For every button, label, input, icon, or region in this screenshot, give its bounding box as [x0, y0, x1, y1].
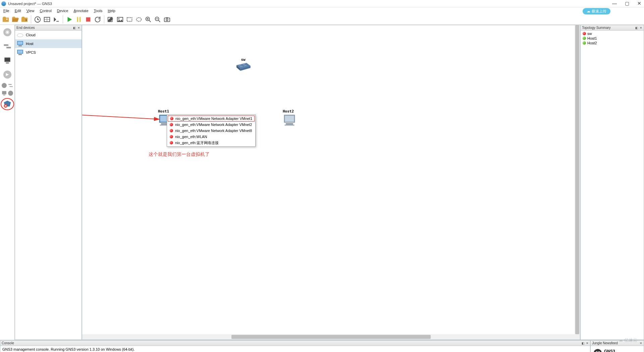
panel-undock-icon[interactable]: ◧	[635, 26, 638, 30]
image-icon[interactable]	[116, 15, 124, 24]
watermark: ☁ 亿速云	[619, 337, 637, 343]
svg-rect-21	[2, 91, 6, 94]
topology-canvas[interactable]: sw Host1 Host2 nio_g	[82, 25, 580, 340]
cancel-link-button[interactable]	[1, 98, 14, 110]
menu-help[interactable]: Help	[106, 8, 117, 13]
ctx-item-wlan[interactable]: nio_gen_eth:WLAN	[168, 134, 255, 140]
panel-undock-icon[interactable]: ◧	[582, 342, 585, 345]
mini-host-icon[interactable]	[1, 90, 7, 96]
upload-pill[interactable]: ☁ 极速上传	[583, 8, 610, 14]
svg-rect-17	[5, 58, 10, 62]
console-all-icon[interactable]	[52, 15, 61, 24]
panel-undock-icon[interactable]: ◧	[73, 26, 76, 30]
node-host2[interactable]: Host2	[283, 109, 296, 128]
annotation-arrow-1	[82, 25, 169, 129]
stop-icon[interactable]	[84, 15, 93, 24]
node-label: Host1	[158, 109, 171, 114]
topo-item-host1[interactable]: Host1	[581, 36, 643, 41]
console-header: Console ◧✕	[0, 341, 590, 346]
ctx-item-vmnet8[interactable]: nio_gen_eth:VMware Network Adapter VMnet…	[168, 128, 255, 134]
menu-device[interactable]: Device	[55, 8, 70, 13]
rectangle-icon[interactable]	[125, 15, 134, 24]
maximize-button[interactable]: ▢	[625, 1, 629, 6]
menu-control[interactable]: Control	[38, 8, 53, 13]
ctx-item-vmnet2[interactable]: nio_gen_eth:VMware Network Adapter VMnet…	[168, 122, 255, 128]
screenshot-icon[interactable]	[163, 15, 171, 24]
snapshot-icon[interactable]	[43, 15, 51, 24]
zoom-out-icon[interactable]	[153, 15, 162, 24]
topology-panel-header: Topology Summary ◧✕	[581, 25, 644, 31]
newsfeed-body: GNS3Jungle THE ONLY RESOURCE YOU NEED Th…	[591, 346, 644, 352]
ctx-item-bluetooth[interactable]: nio_gen_eth:蓝牙网络连接	[168, 140, 255, 146]
pause-icon[interactable]	[74, 15, 83, 24]
svg-point-13	[166, 19, 168, 21]
menu-edit[interactable]: Edit	[13, 8, 23, 13]
ctx-label: nio_gen_eth:VMware Network Adapter VMnet…	[175, 117, 252, 121]
mini-switch-icon[interactable]	[8, 83, 13, 88]
close-button[interactable]: ✕	[637, 1, 641, 6]
clock-icon[interactable]	[33, 15, 42, 24]
canvas-scrollbar-h[interactable]	[82, 334, 580, 340]
menu-view[interactable]: View	[24, 8, 37, 13]
panel-close-icon[interactable]: ✕	[640, 26, 642, 30]
switches-category-icon[interactable]	[1, 40, 13, 52]
device-vpcs[interactable]: VPCS	[15, 48, 82, 57]
zoom-in-icon[interactable]	[144, 15, 153, 24]
brand-top: GNS3	[604, 349, 615, 352]
panel-close-icon[interactable]: ✕	[640, 342, 642, 345]
topo-label: sw	[587, 32, 592, 36]
topology-list: sw Host1 Host2	[581, 31, 644, 340]
end-devices-category-icon[interactable]	[1, 54, 13, 67]
device-host[interactable]: Host	[15, 39, 82, 48]
svg-point-7	[118, 18, 120, 19]
minimize-button[interactable]: ―	[612, 1, 617, 6]
play-icon[interactable]	[65, 15, 74, 24]
svg-point-25	[17, 34, 23, 37]
menubar: File Edit View Control Device Annotate T…	[0, 7, 644, 14]
console-body[interactable]: GNS3 management console. Running GNS3 ve…	[0, 346, 590, 352]
right-column: Topology Summary ◧✕ sw Host1 Host2	[580, 25, 644, 340]
svg-rect-38	[286, 123, 293, 125]
topo-item-host2[interactable]: Host2	[581, 41, 643, 45]
mini-security-icon[interactable]	[8, 90, 13, 96]
jungle-logo-icon	[593, 349, 602, 352]
menu-annotate[interactable]: Annotate	[72, 8, 91, 13]
window-title: Unsaved project* — GNS3	[8, 2, 52, 6]
ctx-label: nio_gen_eth:蓝牙网络连接	[175, 140, 219, 145]
main-area: End devices ◧✕ Cloud Host VPCS sw	[0, 25, 644, 340]
svg-point-23	[8, 91, 13, 96]
annotation-text: 这个就是我们第一台虚拟机了	[149, 151, 210, 158]
svg-rect-8	[127, 17, 132, 21]
mini-router-icon[interactable]	[1, 83, 7, 88]
topo-item-sw[interactable]: sw	[581, 31, 643, 36]
svg-rect-3	[79, 17, 81, 22]
note-icon[interactable]	[106, 15, 115, 24]
node-label: Host2	[283, 109, 296, 114]
save-project-icon[interactable]	[20, 15, 29, 24]
status-dot-icon	[170, 129, 173, 132]
new-project-icon[interactable]	[1, 15, 10, 24]
host-icon	[16, 41, 24, 47]
node-sw[interactable]: sw	[235, 57, 252, 73]
ellipse-icon[interactable]	[135, 15, 143, 24]
svg-rect-14	[166, 17, 168, 18]
devices-panel-title: End devices	[16, 26, 35, 30]
canvas-scrollbar-v[interactable]	[575, 25, 580, 334]
routers-category-icon[interactable]	[1, 26, 13, 38]
status-dot-icon	[170, 135, 173, 138]
reload-icon[interactable]	[93, 15, 102, 24]
menu-tools[interactable]: Tools	[92, 8, 105, 13]
svg-rect-30	[18, 50, 22, 53]
ctx-label: nio_gen_eth:WLAN	[175, 135, 207, 139]
svg-rect-28	[18, 45, 22, 46]
device-cloud[interactable]: Cloud	[15, 31, 82, 39]
device-label: VPCS	[26, 50, 36, 54]
cloud-icon	[16, 32, 24, 38]
svg-rect-4	[86, 17, 91, 21]
panel-close-icon[interactable]: ✕	[586, 342, 589, 345]
security-category-icon[interactable]	[1, 69, 13, 81]
menu-file[interactable]: File	[1, 8, 11, 13]
panel-close-icon[interactable]: ✕	[77, 26, 80, 30]
open-project-icon[interactable]	[11, 15, 19, 24]
ctx-item-vmnet1[interactable]: nio_gen_eth:VMware Network Adapter VMnet…	[168, 116, 255, 122]
